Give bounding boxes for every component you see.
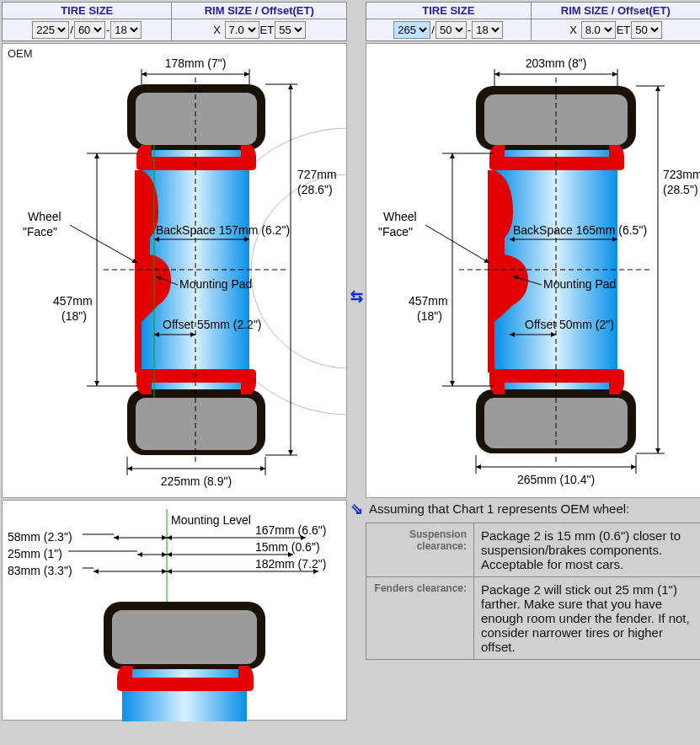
rim — [122, 669, 247, 721]
svg-rect-57 — [112, 610, 257, 664]
svg-rect-3 — [136, 93, 257, 145]
svg-line-20 — [70, 225, 137, 263]
offset-select[interactable]: 55 — [275, 21, 306, 39]
assume-text: Assuming that Chart 1 represents OEM whe… — [366, 500, 700, 521]
arrow-down-icon: ⇘ — [349, 500, 364, 521]
outer-delta: 15mm (0.6") — [255, 540, 320, 554]
tire-bottom — [127, 389, 265, 455]
rim-size-header: RIM SIZE / Offset(ET) — [172, 3, 347, 19]
rim-width-select[interactable]: 8.0 — [581, 21, 616, 39]
tire-size-cell: 265/50-18 — [366, 19, 532, 41]
rim-size-cell: X 8.0ET50 — [531, 19, 700, 41]
tire-width-select[interactable]: 265 — [393, 21, 430, 39]
et-label: ET — [259, 24, 275, 36]
x-label: X — [569, 24, 578, 36]
suspension-label: Suspension clearance: — [366, 523, 474, 577]
section-width-dim: 225mm (8.9") — [161, 474, 232, 488]
offset: Offset 55mm (2.2") — [163, 318, 262, 331]
results-table: Suspension clearance: Package 2 is 15 mm… — [366, 523, 700, 660]
inner-1: 58mm (2.3") — [8, 530, 72, 544]
diagram-bottom-left: Mounting Level 58mm (2.3") 25mm (1") 83m… — [2, 500, 347, 721]
tire-top — [127, 84, 265, 150]
rim-size-header: RIM SIZE / Offset(ET) — [531, 3, 700, 19]
rim-size-cell: X 7.0ET55 — [172, 19, 347, 41]
et-label: ET — [616, 24, 632, 36]
tire-size-header: TIRE SIZE — [366, 3, 532, 19]
rim-dia-in: (18") — [61, 309, 87, 323]
tire-aspect-select[interactable]: 60 — [74, 21, 105, 39]
diagram-left: OEM — [2, 43, 347, 498]
tire-dia-select[interactable]: 18 — [472, 21, 503, 39]
svg-rect-5 — [136, 398, 257, 450]
wheel-face-2: "Face" — [23, 225, 57, 239]
wheel-face: Wheel — [383, 210, 417, 223]
tire-aspect-select[interactable]: 50 — [435, 21, 467, 39]
inner-delta: 25mm (1") — [8, 547, 62, 560]
offset: Offset 50mm (2") — [525, 318, 614, 331]
rim-dia: 457mm — [53, 294, 93, 308]
outer-2: 182mm (7.2") — [255, 557, 326, 571]
backspace: BackSpace 157mm (6.2") — [156, 223, 290, 237]
rim-dia: 457mm — [409, 294, 448, 308]
wheel-face-2: "Face" — [378, 225, 413, 239]
rim-width-dim: 203mm (8") — [526, 56, 587, 70]
svg-point-1 — [251, 174, 348, 368]
inner-2: 83mm (3.3") — [8, 564, 72, 577]
rim-width-select[interactable]: 7.0 — [225, 21, 259, 39]
wheel-diagram-2: 203mm (8") 265mm (10.4") 723mm (28.5") 4… — [366, 44, 700, 499]
oem-label: OEM — [8, 47, 33, 60]
swap-column: ⇆ — [349, 43, 364, 498]
fenders-label: Fenders clearance: — [366, 577, 474, 660]
overall-dia: 727mm — [297, 168, 337, 181]
wheel-diagram-1: 178mm (7") 225mm (8.9") 727mm (28.6") 45… — [3, 44, 348, 499]
overall-dia-in: (28.6") — [297, 183, 333, 196]
backspace: BackSpace 165mm (6.5") — [513, 223, 647, 237]
offset-select[interactable]: 50 — [631, 21, 662, 39]
x-label: X — [212, 24, 222, 36]
suspension-text: Package 2 is 15 mm (0.6") closer to susp… — [474, 523, 701, 577]
fenders-text: Package 2 will stick out 25 mm (1") fart… — [474, 577, 701, 660]
wheel-face: Wheel — [28, 210, 61, 223]
overall-dia: 723mm — [663, 168, 700, 181]
mounting-level-label: Mounting Level — [171, 513, 251, 527]
outer-1: 167mm (6.6") — [255, 523, 326, 537]
mounting-pad: Mounting Pad — [543, 277, 616, 291]
right-header: TIRE SIZE RIM SIZE / Offset(ET) 265/50-1… — [366, 2, 700, 41]
mounting-diagram: Mounting Level 58mm (2.3") 25mm (1") 83m… — [3, 501, 348, 721]
svg-line-42 — [425, 225, 489, 263]
rim-dia-in: (18") — [417, 309, 442, 323]
rim-width-dim: 178mm (7") — [165, 56, 227, 70]
tire-width-select[interactable]: 225 — [32, 21, 69, 39]
tire-dia-select[interactable]: 18 — [110, 21, 142, 39]
swap-icon[interactable]: ⇆ — [350, 287, 363, 306]
tire-size-cell: 225/60-18 — [3, 19, 172, 41]
mounting-pad: Mounting Pad — [179, 277, 252, 291]
left-header: TIRE SIZE RIM SIZE / Offset(ET) 225/60-1… — [2, 2, 347, 41]
overall-dia-in: (28.5") — [663, 183, 698, 196]
tire-size-header: TIRE SIZE — [3, 3, 172, 19]
tire-top — [104, 602, 265, 669]
section-width-dim: 265mm (10.4") — [517, 473, 595, 486]
diagram-right: 203mm (8") 265mm (10.4") 723mm (28.5") 4… — [366, 43, 700, 498]
